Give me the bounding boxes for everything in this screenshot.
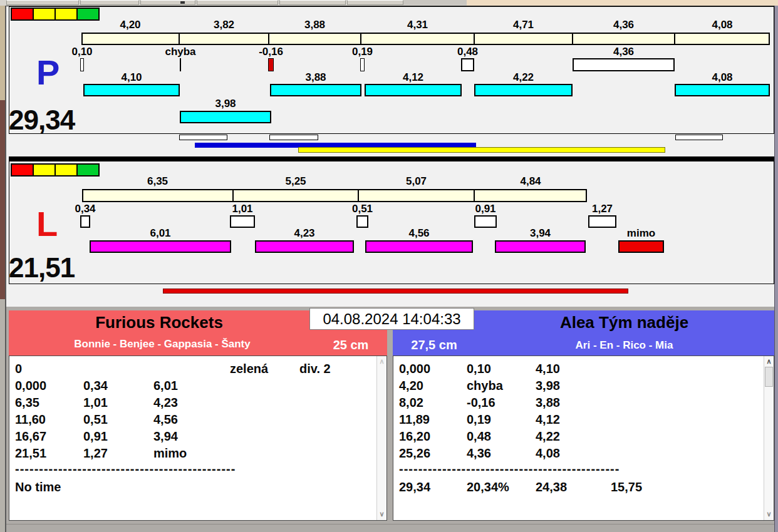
start-light: [33, 8, 56, 21]
datetime-display: 04.08.2024 14:04:33: [309, 308, 474, 330]
team-left-members: Bonnie - Benjee - Gappasia - Šanty: [9, 338, 316, 350]
scroll-down-icon[interactable]: ∨: [377, 510, 386, 518]
top-toolbar-segment: [80, 0, 139, 5]
top-toolbar-mark: [180, 1, 185, 4]
results-frame-bottom-line: [6, 524, 774, 524]
scroll-up-icon[interactable]: ∧: [764, 357, 774, 365]
team-right-jump-height: 27,5 cm: [400, 338, 469, 352]
lane-l-total-time: 21,51: [9, 254, 75, 282]
progress-bar: [195, 143, 476, 148]
start-light: [76, 163, 100, 176]
ghost-bar: [675, 135, 723, 140]
start-light: [54, 8, 78, 21]
lane-l-letter: L: [36, 207, 58, 242]
ghost-bar: [179, 135, 227, 140]
top-toolbar-segment: [279, 0, 346, 5]
team-left-jump-height: 25 cm: [323, 338, 379, 352]
team-right-members: Ari - En - Rico - Mia: [474, 339, 774, 352]
background-window-edge-top: [467, 0, 778, 6]
start-light: [33, 163, 56, 176]
lane-p-letter: P: [36, 55, 60, 90]
top-toolbar-fill: [403, 0, 467, 5]
lane-separator: [9, 156, 774, 161]
window-right-edge: [774, 6, 778, 532]
scroll-up-icon[interactable]: ∧: [377, 357, 386, 365]
background-window-part: [0, 100, 5, 299]
background-window-part: [0, 6, 5, 100]
team-left-separator: ----------------------------------------…: [15, 462, 236, 476]
team-left-scrollbar[interactable]: ∧ ∨: [376, 356, 386, 520]
start-light: [11, 163, 34, 176]
top-toolbar-segment: [197, 0, 278, 5]
lane-l-lights: [11, 163, 105, 176]
window-top-edge: [0, 0, 778, 6]
team-left-name: Furious Rockets: [9, 313, 309, 332]
top-toolbar-segment: [6, 0, 79, 5]
background-window-edge-left: [0, 6, 6, 532]
top-toolbar-segment: [347, 0, 403, 5]
team-right-results-table: [393, 356, 774, 521]
background-window-part: [0, 299, 5, 532]
start-light: [76, 8, 100, 21]
team-left-results-table: [9, 356, 387, 521]
team-right-scrollbar[interactable]: ∧ ∨: [764, 356, 774, 520]
ghost-bar: [269, 135, 318, 140]
lane-p-lights: [11, 8, 105, 21]
team-right-name: Alea Tým naděje: [474, 313, 774, 332]
team-right-separator: ----------------------------------------…: [399, 462, 620, 476]
scrollbar-thumb[interactable]: [765, 367, 773, 387]
lane-p-total-time: 29,34: [9, 106, 75, 134]
top-toolbar-segment: [140, 0, 195, 5]
start-light: [11, 8, 34, 21]
team-left-footer: No time: [15, 480, 61, 494]
progress-bar: [163, 289, 628, 294]
lane-p-panel: [9, 6, 774, 134]
progress-bar: [298, 147, 665, 153]
flyball-timing-window: P 29,34 4,203,823,884,314,714,364,08 0,1…: [0, 0, 778, 532]
start-light: [54, 163, 78, 176]
scroll-down-icon[interactable]: ∨: [764, 510, 774, 518]
lane-l-panel: [9, 161, 774, 284]
